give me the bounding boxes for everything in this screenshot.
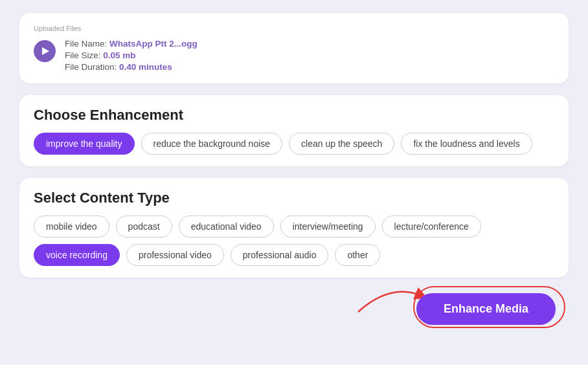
choose-enhancement-title: Choose Enhancement	[34, 107, 554, 124]
button-row: Enhance Media	[19, 289, 569, 325]
content-type-chip-6[interactable]: professional video	[126, 244, 224, 266]
content-type-chip-1[interactable]: podcast	[116, 216, 172, 238]
file-info: File Name: WhatsApp Ptt 2...ogg File Siz…	[65, 39, 198, 72]
content-type-chip-8[interactable]: other	[335, 244, 380, 266]
file-row: File Name: WhatsApp Ptt 2...ogg File Siz…	[34, 39, 554, 72]
content-type-chips-row: mobile videopodcasteducational videointe…	[34, 216, 554, 266]
enhancement-chip-1[interactable]: reduce the background noise	[141, 133, 283, 155]
file-duration-label: File Duration:	[65, 62, 117, 72]
content-type-chip-2[interactable]: educational video	[179, 216, 274, 238]
file-duration-row: File Duration: 0.40 minutes	[65, 62, 198, 72]
file-size-value: 0.05 mb	[103, 50, 135, 60]
select-content-type-card: Select Content Type mobile videopodcaste…	[19, 178, 569, 278]
file-name-row: File Name: WhatsApp Ptt 2...ogg	[65, 39, 198, 49]
select-content-type-title: Select Content Type	[34, 190, 554, 206]
uploaded-files-card: Uploaded Files File Name: WhatsApp Ptt 2…	[19, 13, 569, 83]
content-type-chip-0[interactable]: mobile video	[34, 216, 109, 238]
play-button[interactable]	[34, 40, 56, 62]
content-type-chip-3[interactable]: interview/meeting	[280, 216, 376, 238]
enhancement-chip-0[interactable]: improve the quality	[34, 133, 135, 155]
enhance-media-button[interactable]: Enhance Media	[416, 293, 556, 325]
file-duration-value: 0.40 minutes	[119, 62, 172, 72]
file-size-row: File Size: 0.05 mb	[65, 50, 198, 60]
bottom-section: Enhance Media	[19, 289, 569, 331]
file-name-label: File Name:	[65, 39, 107, 49]
enhancement-chip-2[interactable]: clean up the speech	[289, 133, 394, 155]
file-size-label: File Size:	[65, 50, 101, 60]
content-type-chip-7[interactable]: professional audio	[231, 244, 329, 266]
content-type-chip-5[interactable]: voice recording	[34, 244, 120, 266]
main-container: Uploaded Files File Name: WhatsApp Ptt 2…	[0, 0, 588, 365]
content-type-chip-4[interactable]: lecture/conference	[382, 216, 481, 238]
file-name-value: WhatsApp Ptt 2...ogg	[109, 39, 198, 49]
uploaded-files-label: Uploaded Files	[34, 25, 554, 32]
enhance-button-wrapper: Enhance Media	[416, 289, 562, 325]
choose-enhancement-card: Choose Enhancement improve the qualityre…	[19, 95, 569, 166]
enhancement-chip-3[interactable]: fix the loudness and levels	[401, 133, 532, 155]
enhancement-chips-row: improve the qualityreduce the background…	[34, 133, 554, 155]
